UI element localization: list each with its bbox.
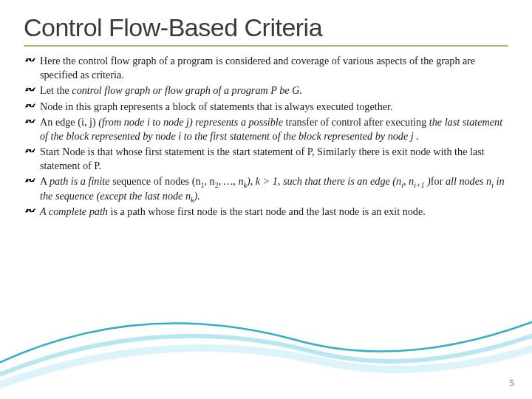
bullet-item: An edge (i, j) (from node i to node j) r…: [25, 115, 507, 143]
bullet-item: Start Node is that whose first statement…: [25, 145, 507, 173]
bullet-icon: [25, 55, 35, 68]
bullet-icon: [25, 175, 35, 188]
page-number: 5: [510, 377, 515, 389]
bullet-icon: [25, 84, 35, 98]
bullet-icon: [25, 116, 35, 129]
slide-title: Control Flow-Based Criteria: [24, 13, 508, 47]
bullet-item: Node in this graph represents a block of…: [25, 100, 507, 114]
bullet-icon: [25, 205, 35, 219]
bullet-item: Let the control flow graph or flow graph…: [25, 83, 507, 98]
bullet-icon: [25, 146, 35, 159]
decorative-swoosh: [0, 266, 532, 399]
bullet-icon: [25, 100, 35, 114]
bullet-item: A path is a finite sequence of nodes (n1…: [25, 174, 507, 202]
bullet-list: Here the control flow graph of a program…: [24, 54, 508, 219]
bullet-item: Here the control flow graph of a program…: [25, 54, 507, 82]
slide-content: Control Flow-Based Criteria Here the con…: [0, 0, 532, 219]
bullet-item: A complete path is a path whose first no…: [25, 205, 507, 219]
